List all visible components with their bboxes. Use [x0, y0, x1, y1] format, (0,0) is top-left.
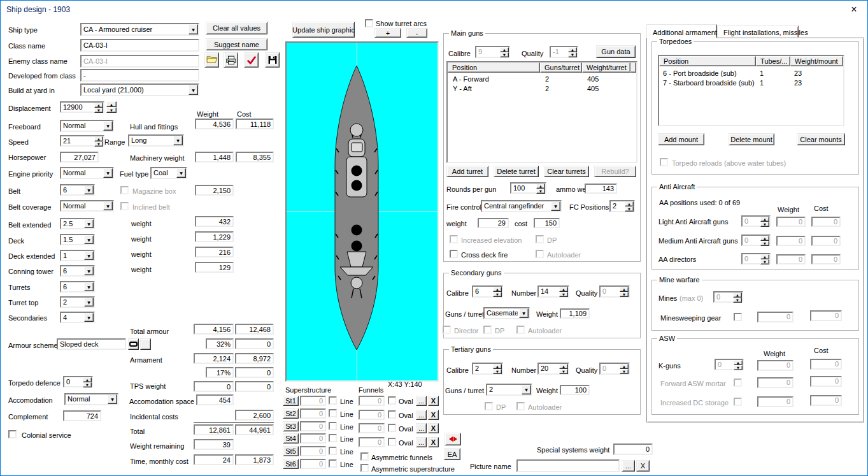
chevron-down-icon[interactable]: ▼	[84, 282, 94, 291]
column-header-guns-turret[interactable]: Guns/turret	[540, 62, 582, 73]
spin-down-icon[interactable]: ▼	[734, 365, 743, 370]
spin-down-icon[interactable]: ▼	[760, 259, 769, 264]
chevron-down-icon[interactable]: ▼	[189, 85, 198, 95]
spin-up-icon[interactable]: ▲	[500, 47, 509, 52]
st6-line-checkbox[interactable]	[329, 459, 337, 468]
spin-down-icon[interactable]: ▼	[493, 292, 502, 297]
spin-up-icon[interactable]: ▲	[94, 136, 103, 141]
spin-up-icon[interactable]: ▲	[94, 103, 103, 108]
funnel4-oval-checkbox[interactable]	[388, 438, 396, 446]
table-cell[interactable]: 405	[587, 75, 599, 83]
column-header-weight-mount[interactable]: Weight/mount	[790, 56, 843, 66]
update-ship-graphic-button[interactable]: Update ship graphic	[292, 22, 355, 38]
spin-down-icon[interactable]: ▼	[493, 369, 502, 374]
table-cell[interactable]: 1	[760, 69, 764, 78]
spin-up-icon[interactable]: ▲	[106, 101, 117, 107]
picture-browse-button[interactable]: ...	[622, 460, 635, 472]
secondary-autoloader-checkbox[interactable]	[516, 326, 525, 334]
table-row[interactable]: Y - Aft	[453, 85, 472, 93]
secondary-number-stepper[interactable]: 14 ▲▼	[537, 285, 569, 298]
chevron-down-icon[interactable]: ▼	[522, 385, 531, 394]
rounds-per-gun-stepper[interactable]: 100 ▲▼	[510, 182, 546, 194]
secondary-guns-turret-select[interactable]: Casemate:▼	[483, 307, 530, 319]
chevron-down-icon[interactable]: ▼	[103, 121, 113, 131]
column-header-position[interactable]: Position	[448, 62, 540, 73]
belt-select[interactable]: 6▼	[60, 184, 95, 196]
spin-down-icon[interactable]: ▼	[94, 141, 103, 147]
chevron-down-icon[interactable]: ▼	[84, 313, 94, 322]
funnel4-delete-button[interactable]: X	[428, 437, 439, 447]
open-button[interactable]	[204, 52, 219, 68]
medium-aa-stepper[interactable]: 0 ▲▼	[741, 234, 771, 246]
secondaries-select[interactable]: 4▼	[60, 312, 95, 323]
swap-view-button[interactable]	[445, 433, 461, 445]
minesweeping-gear-checkbox[interactable]	[734, 313, 742, 321]
speed-stepper[interactable]: 21 ▲▼	[60, 135, 104, 147]
chevron-down-icon[interactable]: ▼	[84, 251, 94, 260]
torpedo-defence-stepper[interactable]: 0 ▲▼	[63, 376, 93, 387]
spin-down-icon[interactable]: ▼	[620, 369, 629, 374]
funnel3-more-button[interactable]: ...	[416, 423, 427, 433]
table-cell[interactable]: 405	[587, 85, 599, 93]
spin-up-icon[interactable]: ▲	[734, 360, 743, 365]
spin-down-icon[interactable]: ▼	[760, 241, 769, 246]
table-cell[interactable]: 1	[760, 79, 764, 87]
spin-up-icon[interactable]: ▲	[536, 184, 545, 189]
funnel1-more-button[interactable]: ...	[416, 396, 427, 406]
suggest-name-button[interactable]: Suggest name	[206, 38, 267, 50]
ship-type-select[interactable]: CA - Armoured cruiser ▼	[80, 23, 199, 36]
show-turret-arcs-checkbox[interactable]	[365, 19, 373, 27]
tertiary-guns-turret-select[interactable]: 2▼	[486, 384, 532, 396]
range-select[interactable]: Long▼	[128, 134, 184, 147]
st4-line-checkbox[interactable]	[329, 434, 337, 442]
st5-line-checkbox[interactable]	[329, 447, 337, 455]
deck-select[interactable]: 1.5▼	[60, 234, 95, 245]
ea-button[interactable]: EA	[444, 448, 460, 460]
armour-scheme-blank-button[interactable]	[140, 338, 151, 350]
spin-up-icon[interactable]: ▲	[760, 254, 769, 259]
main-guns-table[interactable]: Position Guns/turret Weight/turret A - F…	[446, 61, 637, 163]
tertiary-calibre-stepper[interactable]: 2 ▲▼	[472, 363, 503, 375]
belt-coverage-select[interactable]: Normal▼	[60, 200, 114, 212]
accomodation-select[interactable]: Normal▼	[64, 393, 118, 405]
asymmetric-funnels-checkbox[interactable]	[360, 452, 369, 461]
zoom-out-button[interactable]: -	[406, 28, 427, 38]
picture-clear-button[interactable]: X	[636, 460, 650, 472]
st2-button[interactable]: St2	[283, 408, 299, 419]
armour-scheme-picker-button[interactable]	[128, 338, 139, 350]
fuel-type-select[interactable]: Coal▼	[150, 167, 187, 179]
spin-down-icon[interactable]: ▼	[568, 52, 577, 57]
st6-button[interactable]: St6	[283, 459, 299, 469]
table-cell[interactable]: 23	[794, 79, 802, 87]
inclined-belt-checkbox[interactable]	[120, 202, 129, 210]
chevron-down-icon[interactable]: ▼	[519, 308, 529, 318]
spin-down-icon[interactable]: ▼	[620, 292, 629, 297]
spin-down-icon[interactable]: ▼	[106, 107, 117, 113]
chevron-down-icon[interactable]: ▼	[108, 394, 117, 404]
class-name-input[interactable]: CA-03-I	[80, 39, 199, 52]
close-icon[interactable]: ×	[847, 3, 861, 16]
main-quality-stepper[interactable]: -1 ▲▼	[550, 46, 578, 58]
st1-button[interactable]: St1	[283, 396, 299, 406]
secondary-calibre-stepper[interactable]: 6 ▲▼	[472, 285, 503, 298]
spin-up-icon[interactable]: ▲	[620, 287, 629, 292]
column-header-position[interactable]: Position	[659, 56, 756, 66]
zoom-in-button[interactable]: +	[374, 28, 401, 38]
table-cell[interactable]: 2	[545, 85, 549, 93]
armour-scheme-input[interactable]: Sloped deck	[57, 338, 126, 350]
spin-up-icon[interactable]: ▲	[568, 47, 577, 52]
spin-down-icon[interactable]: ▼	[559, 292, 568, 297]
spin-up-icon[interactable]: ▲	[760, 217, 769, 222]
chevron-down-icon[interactable]: ▼	[84, 185, 94, 194]
validate-button[interactable]	[244, 52, 259, 68]
spin-up-icon[interactable]: ▲	[493, 287, 502, 292]
st5-button[interactable]: St5	[283, 446, 299, 456]
enemy-class-input[interactable]: CA-03-I	[80, 55, 199, 68]
light-aa-stepper[interactable]: 0 ▲▼	[741, 215, 771, 227]
increased-dc-storage-checkbox[interactable]	[734, 398, 742, 406]
mines-stepper[interactable]: 0 ▲▼	[713, 291, 743, 303]
spin-up-icon[interactable]: ▲	[733, 292, 742, 298]
st4-button[interactable]: St4	[283, 433, 299, 444]
chevron-down-icon[interactable]: ▼	[189, 24, 198, 34]
column-header-tubes[interactable]: Tubes/...	[756, 56, 790, 66]
